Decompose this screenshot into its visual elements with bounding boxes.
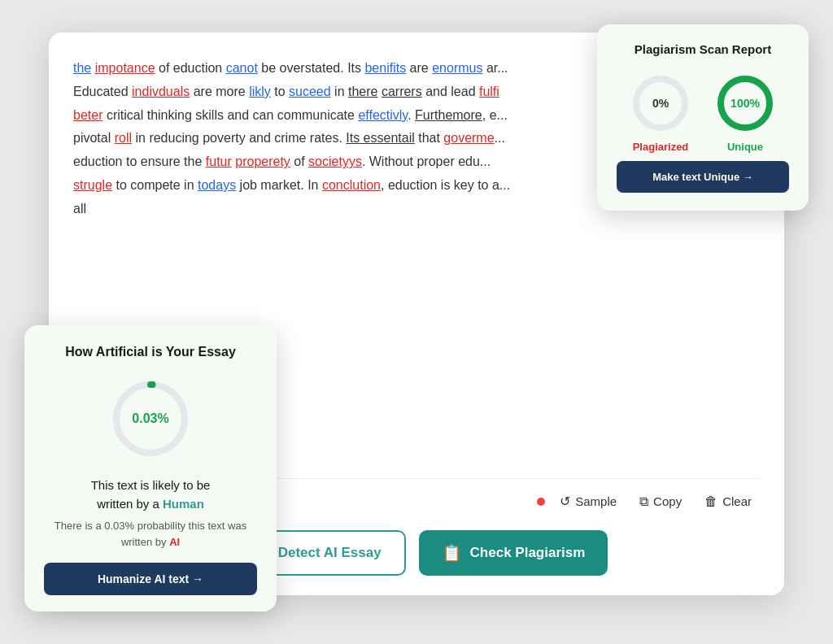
word-conclution: conclution bbox=[322, 178, 381, 192]
make-unique-button[interactable]: Make text Unique → bbox=[617, 161, 789, 193]
word-canot: canot bbox=[226, 61, 258, 75]
word-futur: futur bbox=[206, 154, 232, 168]
ai-sub-text: There is a 0.03% probability this text w… bbox=[44, 518, 257, 550]
word-impotance: impotance bbox=[95, 61, 155, 75]
human-label: Human bbox=[163, 497, 204, 511]
unique-pct-text: 100% bbox=[731, 97, 760, 110]
word-properety: properety bbox=[235, 154, 290, 168]
ai-donut-svg: 0.03% bbox=[106, 374, 195, 463]
sample-button[interactable]: ↺ Sample bbox=[552, 489, 625, 514]
plagiarism-card-title: Plagiarism Scan Report bbox=[617, 42, 789, 56]
word-strugle: strugle bbox=[73, 178, 112, 192]
word-roll: roll bbox=[115, 131, 132, 145]
plagiarized-label: Plagiarized bbox=[633, 141, 689, 153]
word-beter: beter bbox=[73, 108, 102, 122]
status-dot bbox=[537, 498, 545, 506]
trash-icon: 🗑 bbox=[704, 494, 717, 509]
clear-button[interactable]: 🗑 Clear bbox=[696, 490, 760, 514]
ai-donut-container: 0.03% bbox=[44, 374, 257, 463]
ai-card-title: How Artificial is Your Essay bbox=[44, 345, 257, 359]
plagiarized-donut-svg: 0% bbox=[628, 71, 693, 136]
word-goverme: goverme bbox=[443, 131, 494, 145]
word-societyys: societyys bbox=[308, 154, 362, 168]
ai-pct-text: 0.03% bbox=[132, 411, 168, 425]
copy-icon: ⧉ bbox=[639, 494, 648, 509]
word-enormus: enormus bbox=[432, 61, 482, 75]
word-todays: todays bbox=[198, 178, 236, 192]
unique-label: Unique bbox=[727, 141, 763, 153]
plagiarism-report-card: Plagiarism Scan Report 0% Plagiarized 10… bbox=[597, 24, 809, 211]
word-indivduals: indivduals bbox=[132, 85, 190, 98]
ai-essay-card: How Artificial is Your Essay 0.03% This … bbox=[24, 325, 277, 611]
word-the: the bbox=[73, 61, 91, 75]
sample-icon: ↺ bbox=[560, 494, 570, 509]
plagiarized-donut-container: 0% Plagiarized bbox=[628, 71, 693, 153]
word-benifits: benifits bbox=[364, 61, 406, 75]
unique-donut-svg: 100% bbox=[713, 71, 778, 136]
ai-word: AI bbox=[169, 536, 180, 548]
donut-row: 0% Plagiarized 100% Unique bbox=[617, 71, 789, 153]
word-fulfi: fulfi bbox=[479, 85, 499, 98]
ai-description: This text is likely to be written by a H… bbox=[44, 476, 257, 513]
word-there: there bbox=[348, 85, 377, 98]
word-carrers: carrers bbox=[382, 85, 422, 98]
humanize-button[interactable]: Humanize AI text → bbox=[44, 563, 257, 595]
scene: the impotance of eduction canot be overs… bbox=[0, 0, 833, 644]
word-furthemore: Furthemore bbox=[415, 108, 482, 122]
plagiarized-pct-text: 0% bbox=[652, 97, 669, 110]
word-its-essentail: Its essentail bbox=[346, 131, 414, 145]
document-icon: 📋 bbox=[442, 543, 462, 563]
copy-button[interactable]: ⧉ Copy bbox=[631, 490, 690, 514]
unique-donut-container: 100% Unique bbox=[713, 71, 778, 153]
word-suceed: suceed bbox=[289, 85, 331, 98]
word-effectivly: effectivly bbox=[358, 108, 408, 122]
check-plagiarism-button[interactable]: 📋 Check Plagiarism bbox=[419, 530, 608, 576]
word-likly: likly bbox=[249, 85, 271, 98]
